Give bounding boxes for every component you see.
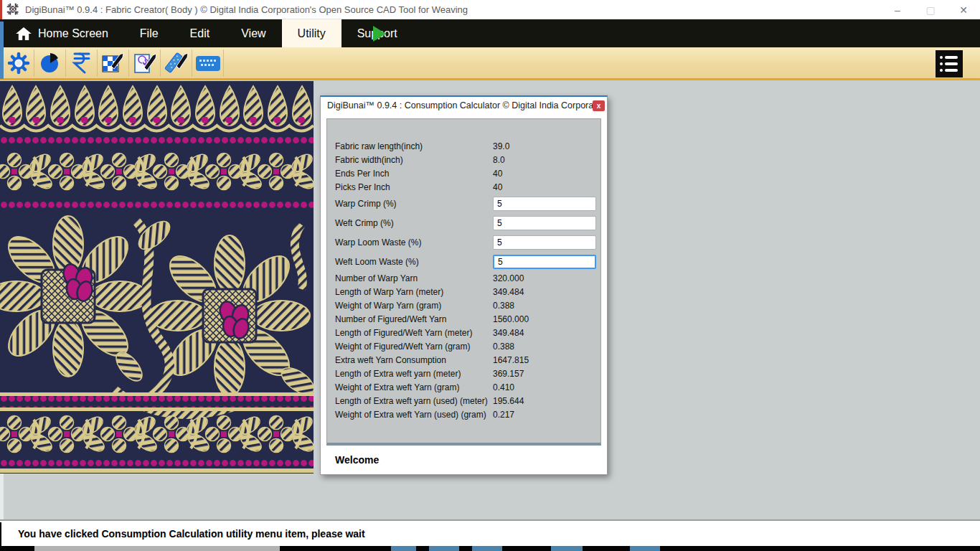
dialog-title: DigiBunai™ 0.9.4 : Consumption Calculato… [321, 100, 593, 110]
measurement-tool-button[interactable] [161, 50, 192, 77]
dialog-row: Picks Per Inch 40 [335, 180, 600, 194]
dialog-row: Weft Crimp (%) 5 [335, 213, 600, 232]
dialog-row: Ends Per Inch 40 [335, 166, 600, 180]
field-label: Number of Figured/Weft Yarn [335, 314, 493, 324]
field-label: Weight of Figured/Weft Yarn (gram) [335, 342, 493, 352]
dot-band [0, 135, 314, 146]
field-value: 0.388 [493, 301, 514, 311]
costing-button[interactable] [66, 50, 98, 77]
field-label: Fabric raw length(inch) [335, 141, 493, 151]
dialog-row: Extra weft Yarn Consumption 1647.815 [335, 353, 600, 367]
dialog-row: Warp Crimp (%) 5 [335, 194, 600, 213]
field-value: 40 [493, 169, 502, 179]
dialog-row: Warp Loom Waste (%) 5 [335, 232, 600, 252]
menu-item-label: View [241, 27, 265, 40]
field-label: Picks Per Inch [335, 182, 493, 192]
dialog-titlebar[interactable]: DigiBunai™ 0.9.4 : Consumption Calculato… [321, 97, 607, 114]
field-input[interactable] [493, 235, 596, 250]
gear-icon [7, 52, 30, 75]
dialog-row: Length of Warp Yarn (meter) 349.484 [335, 285, 600, 298]
settings-button[interactable] [3, 50, 34, 77]
status-bar: You have clicked Consumption Calculation… [0, 519, 980, 546]
field-input[interactable] [493, 255, 596, 269]
field-value: 8.0 [493, 155, 505, 165]
dialog-row: Weight of Warp Yarn (gram) 0.388 [335, 298, 600, 312]
field-label: Weight of Extra weft Yarn (gram) [335, 382, 493, 392]
consumption-calculator-button[interactable] [34, 50, 66, 77]
maximize-button[interactable]: ▢ [914, 0, 947, 19]
field-value: 0.217 [493, 410, 514, 420]
screen-edge-red [0, 0, 2, 19]
dialog-row: Weight of Extra weft Yarn (gram) 0.410 [335, 380, 600, 394]
scroll-edge [0, 474, 4, 519]
field-input[interactable] [493, 216, 596, 230]
field-value: 320.000 [493, 273, 524, 283]
dialog-row: Fabric width(inch) 8.0 [335, 153, 600, 166]
properties-list-button[interactable] [936, 50, 963, 80]
field-value: 1560.000 [493, 314, 529, 324]
ruler-pen-icon [164, 52, 189, 75]
field-label: Weight of Warp Yarn (gram) [335, 301, 493, 311]
window-title: DigiBunai™ 0.9.4 : Fabric Creator( Body … [25, 4, 468, 15]
field-label: Length of Figured/Weft Yarn (meter) [335, 328, 493, 338]
dialog-row: Fabric raw length(inch) 39.0 [335, 139, 600, 153]
dialog-close-button[interactable]: x [593, 100, 605, 111]
field-value: 40 [493, 182, 502, 192]
consumption-calculator-dialog: DigiBunai™ 0.9.4 : Consumption Calculato… [320, 95, 608, 475]
dialog-form: Fabric raw length(inch) 39.0 Fabric widt… [326, 118, 601, 446]
minimize-button[interactable]: – [881, 0, 914, 19]
menu-item[interactable]: Home Screen [0, 19, 124, 47]
dialog-row: Number of Figured/Weft Yarn 1560.000 [335, 312, 600, 326]
dialog-footer: Welcome [321, 446, 607, 474]
menu-item-label: Utility [298, 27, 326, 40]
taskbar-sliver [0, 546, 980, 551]
screen-edge-blue [0, 22, 4, 79]
field-label: Fabric width(inch) [335, 155, 493, 165]
field-value: 0.410 [493, 382, 514, 392]
graph-pattern-editor-button[interactable] [98, 50, 129, 77]
field-label: Length of Extra weft yarn (meter) [335, 369, 493, 379]
field-label: Warp Crimp (%) [335, 199, 493, 209]
dialog-row: Length of Figured/Weft Yarn (meter) 349.… [335, 326, 600, 339]
run-button[interactable] [359, 19, 400, 47]
menu-item-label: Edit [190, 27, 210, 40]
field-value: 195.644 [493, 396, 524, 406]
rupee-icon [71, 52, 93, 75]
field-label: Length of Extra weft yarn (used) (meter) [335, 396, 493, 406]
field-value: 1647.815 [493, 355, 529, 365]
pie-chart-icon [39, 52, 62, 75]
dialog-row: Weight of Figured/Weft Yarn (gram) 0.388 [335, 339, 600, 353]
field-label: Ends Per Inch [335, 169, 493, 179]
menu-item[interactable]: Edit [174, 19, 226, 47]
menu-item[interactable]: View [225, 19, 281, 47]
field-value: 39.0 [493, 141, 509, 151]
field-label: Extra weft Yarn Consumption [335, 355, 493, 365]
field-input[interactable] [493, 197, 596, 211]
menu-item-label: Home Screen [38, 27, 108, 40]
play-icon [372, 25, 387, 42]
menu-item[interactable]: File [124, 19, 174, 47]
dialog-row: Length of Extra weft yarn (used) (meter)… [335, 394, 600, 408]
grid-pen-icon [101, 52, 126, 75]
field-value: 349.484 [493, 287, 524, 297]
field-label: Weft Loom Waste (%) [335, 257, 493, 267]
dialog-row: Weft Loom Waste (%) 5 [335, 252, 600, 271]
design-editor-button[interactable] [129, 50, 161, 77]
field-value: 369.157 [493, 369, 524, 379]
dialog-row: Length of Extra weft yarn (meter) 369.15… [335, 367, 600, 380]
dialog-row: Weight of Extra weft Yarn (used) (gram) … [335, 408, 600, 421]
app-logo-weave-icon [6, 3, 19, 16]
field-label: Length of Warp Yarn (meter) [335, 287, 493, 297]
welcome-label: Welcome [321, 454, 379, 466]
design-canvas: DigiBunai™ 0.9.4 : Consumption Calculato… [0, 80, 980, 519]
fabric-preview [0, 81, 314, 474]
field-label: Number of Warp Yarn [335, 273, 493, 283]
field-label: Weight of Extra weft Yarn (used) (gram) [335, 410, 493, 420]
punch-card-button[interactable] [192, 50, 224, 77]
home-icon [16, 27, 32, 40]
page-pen-icon [133, 52, 157, 75]
field-value: 349.484 [493, 328, 524, 338]
toolbar [0, 47, 980, 80]
close-button[interactable]: ✕ [947, 0, 980, 19]
menu-item[interactable]: Utility [282, 19, 341, 47]
